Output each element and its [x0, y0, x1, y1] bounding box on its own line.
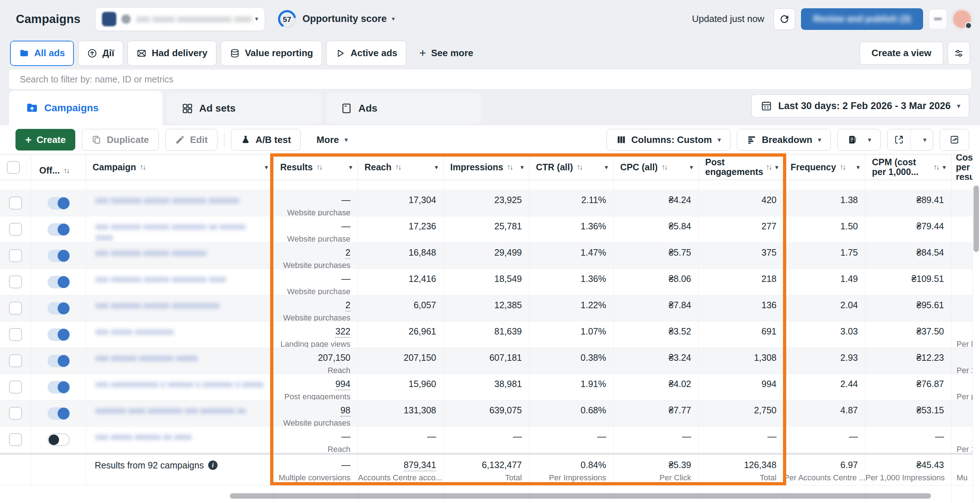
- col-header-cpm[interactable]: CPM (cost per 1,000...↑↓ ▼: [865, 154, 951, 180]
- campaign-name-link[interactable]: xxx xxxxxxx xxxxxx xxxxxxxx xxxxxxx: [95, 195, 239, 206]
- campaign-toggle[interactable]: [48, 381, 70, 394]
- filter-caret-icon[interactable]: ▼: [519, 164, 525, 170]
- sort-icon[interactable]: ↑↓: [64, 167, 69, 175]
- col-header-reach[interactable]: Reach↑↓ ▼: [358, 154, 444, 180]
- campaign-toggle[interactable]: [48, 407, 70, 420]
- row-checkbox[interactable]: [9, 433, 22, 446]
- profile-avatar[interactable]: [953, 10, 970, 28]
- campaign-name-link[interactable]: xxx xxxxxxx xxxxxx xxxxxxxx xx xxxxxx xx…: [95, 221, 265, 242]
- col-header-results[interactable]: Results↑↓ ▼: [274, 154, 358, 180]
- campaign-name-link[interactable]: xxx xxxxxxxxxxx x xxxxxx x xxxxxxx x xxx…: [95, 379, 264, 390]
- col-header-cpc[interactable]: CPC (all)↑↓ ▼: [614, 154, 699, 180]
- campaign-toggle[interactable]: [48, 249, 70, 262]
- view-settings-button[interactable]: [948, 42, 970, 65]
- filter-caret-icon[interactable]: ▼: [264, 164, 269, 170]
- date-range-selector[interactable]: Last 30 days: 2 Feb 2026 - 3 Mar 2026 ▾: [751, 94, 969, 117]
- export-button[interactable]: [888, 129, 910, 150]
- sort-icon[interactable]: ↑↓: [933, 163, 939, 171]
- filter-chip-all-ads[interactable]: All ads: [10, 41, 74, 66]
- row-checkbox[interactable]: [9, 407, 22, 420]
- row-checkbox[interactable]: [9, 197, 22, 209]
- create-button[interactable]: + Create: [16, 129, 75, 151]
- campaign-toggle[interactable]: [48, 328, 70, 341]
- sort-icon[interactable]: ↑↓: [395, 163, 401, 171]
- more-button[interactable]: [929, 9, 947, 29]
- campaign-name-link[interactable]: xxxxxxx xxxx xxxxxxxx xxx xxxxxxxx xx: [95, 405, 246, 416]
- columns-button[interactable]: Columns: Custom ▾: [606, 129, 730, 151]
- sort-icon[interactable]: ↑↓: [840, 163, 845, 171]
- select-all-checkbox[interactable]: [7, 161, 20, 174]
- campaigns-folder-icon: [25, 102, 38, 114]
- ab-test-button[interactable]: A/B test: [231, 129, 301, 151]
- filter-caret-icon[interactable]: ▼: [434, 164, 439, 170]
- table-row: xxx xxxxxxxxxxx x xxxxxx x xxxxxxx x xxx…: [0, 374, 980, 400]
- campaign-name-link[interactable]: xxx xxxxxxx xxxxxx xxxxxxxx: [95, 248, 206, 258]
- envelope-icon: [137, 48, 146, 58]
- filter-chip-had-delivery[interactable]: Had delivery: [127, 41, 216, 66]
- row-checkbox[interactable]: [9, 223, 22, 236]
- adsets-grid-icon: [181, 102, 193, 114]
- campaign-name-link[interactable]: xxx xxxxxx xxxxxxxx xxxxx: [95, 352, 198, 363]
- sort-icon[interactable]: ↑↓: [316, 163, 321, 171]
- filter-caret-icon[interactable]: ▼: [604, 164, 609, 170]
- sort-icon[interactable]: ↑↓: [577, 163, 582, 171]
- charts-button[interactable]: [940, 129, 969, 151]
- tab-ads[interactable]: Ads: [326, 93, 481, 124]
- info-icon[interactable]: i: [208, 460, 218, 470]
- filter-chip-value-reporting[interactable]: Value reporting: [221, 41, 322, 66]
- row-checkbox[interactable]: [9, 249, 22, 262]
- row-checkbox[interactable]: [9, 328, 22, 341]
- sort-icon[interactable]: ↑↓: [661, 163, 667, 171]
- review-and-publish-button[interactable]: Review and publish (3): [801, 8, 923, 30]
- reports-button[interactable]: ▾: [837, 129, 881, 151]
- filter-caret-icon[interactable]: ▼: [348, 164, 353, 170]
- search-input[interactable]: [9, 74, 971, 85]
- edit-button[interactable]: Edit: [165, 129, 218, 151]
- campaign-toggle[interactable]: [48, 302, 70, 315]
- col-header-frequency[interactable]: Frequency↑↓ ▼: [784, 154, 865, 180]
- campaign-toggle[interactable]: [48, 355, 70, 367]
- opportunity-score[interactable]: 57 Opportunity score ▾: [277, 10, 395, 29]
- account-selector[interactable]: xxx xxxxx xxxxxxxxxxxx xxxx ▾: [95, 7, 265, 31]
- ellipsis-icon: [934, 17, 942, 20]
- create-a-view-button[interactable]: Create a view: [860, 42, 943, 65]
- col-header-off[interactable]: Off...↑↓: [31, 154, 86, 180]
- col-header-campaign[interactable]: Campaign↑↓ ▼: [86, 154, 274, 180]
- sort-icon[interactable]: ↑↓: [140, 163, 145, 171]
- more-menu-button[interactable]: More ▾: [307, 129, 357, 151]
- filter-chip-actions[interactable]: Дії: [78, 41, 123, 66]
- campaign-name-link[interactable]: xxx xxxxxxx xxxxxx xxxxxxxxxxx: [95, 300, 220, 311]
- sort-icon[interactable]: ↑↓: [766, 163, 771, 171]
- chevron-down-icon: ▾: [392, 16, 395, 22]
- vertical-scrollbar[interactable]: [974, 186, 979, 252]
- filter-caret-icon[interactable]: ▼: [689, 164, 694, 170]
- col-header-post-engagements[interactable]: Post engagements↑↓ ▼: [699, 154, 784, 180]
- row-checkbox[interactable]: [9, 302, 22, 315]
- duplicate-button[interactable]: Duplicate: [82, 129, 159, 151]
- campaign-toggle[interactable]: [48, 276, 70, 289]
- see-more-button[interactable]: + See more: [410, 41, 482, 66]
- col-header-impressions[interactable]: Impressions↑↓ ▼: [444, 154, 530, 180]
- export-options-button[interactable]: ▾: [910, 129, 933, 150]
- campaign-toggle[interactable]: [48, 433, 70, 446]
- sort-icon[interactable]: ↑↓: [507, 163, 512, 171]
- refresh-button[interactable]: [774, 8, 795, 30]
- campaign-name-link[interactable]: xxx xxxxx xxxxxxxxx: [95, 326, 173, 337]
- filter-caret-icon[interactable]: ▼: [942, 164, 947, 170]
- row-checkbox[interactable]: [9, 354, 22, 367]
- campaign-toggle[interactable]: [48, 223, 70, 236]
- row-checkbox[interactable]: [9, 381, 22, 394]
- filter-caret-icon[interactable]: ▼: [774, 164, 780, 170]
- campaign-name-link[interactable]: xxx xxxxx xxxxxx xx xxxx: [95, 432, 192, 442]
- campaign-name-link[interactable]: xxx xxxxxxx xxxxxx xxxxxxxx xxxx: [95, 274, 226, 284]
- filter-caret-icon[interactable]: ▼: [855, 164, 861, 170]
- horizontal-scrollbar[interactable]: [230, 493, 931, 499]
- filter-chip-active-ads[interactable]: Active ads: [326, 41, 406, 66]
- totals-ctr: 0.84%Per Impressions: [530, 455, 614, 485]
- breakdown-button[interactable]: Breakdown ▾: [737, 129, 831, 151]
- tab-ad-sets[interactable]: Ad sets: [167, 93, 321, 124]
- campaign-toggle[interactable]: [48, 197, 70, 209]
- tab-campaigns[interactable]: Campaigns: [9, 91, 162, 125]
- row-checkbox[interactable]: [9, 275, 22, 289]
- col-header-ctr[interactable]: CTR (all)↑↓ ▼: [530, 154, 614, 180]
